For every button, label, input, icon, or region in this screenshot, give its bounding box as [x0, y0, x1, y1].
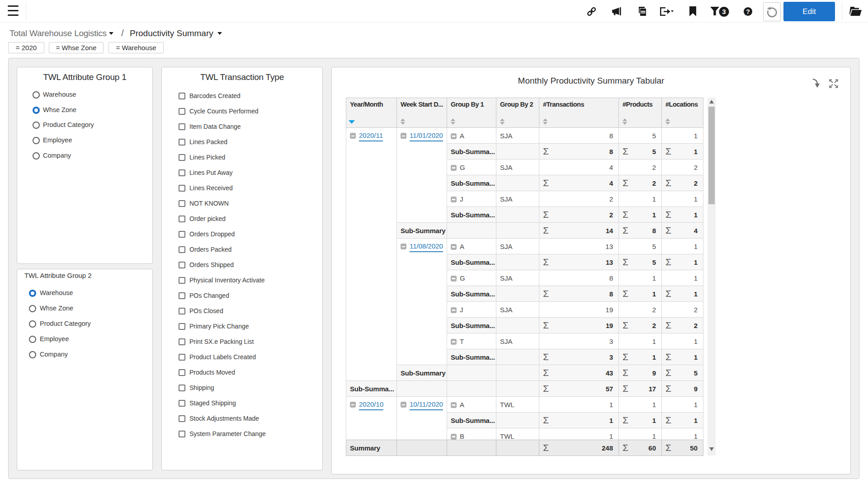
svg-text:3: 3	[722, 8, 726, 15]
svg-text:?: ?	[746, 8, 750, 15]
